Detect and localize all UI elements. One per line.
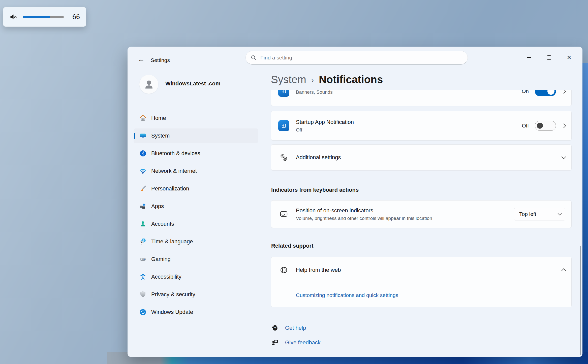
volume-slider[interactable] (23, 16, 64, 18)
sidebar-item-time-language[interactable]: Time & language (134, 234, 258, 249)
volume-osd: 66 (3, 7, 86, 27)
notifications-toggle[interactable] (535, 90, 556, 96)
sidebar-item-label: Accessibility (151, 274, 181, 280)
give-feedback-link[interactable]: Give feedback (285, 339, 321, 346)
row-title: Startup App Notification (296, 119, 354, 125)
sidebar-item-accessibility[interactable]: Accessibility (134, 270, 258, 284)
onscreen-indicator-icon (279, 210, 288, 218)
user-silhouette-icon (143, 79, 155, 90)
back-button[interactable]: ← (136, 54, 146, 64)
sidebar-item-label: System (151, 133, 170, 139)
row-subtitle: Banners, Sounds (296, 90, 333, 95)
help-link[interactable]: Customizing notifications and quick sett… (296, 292, 398, 298)
accessibility-icon (139, 273, 147, 281)
time-language-icon (139, 238, 147, 245)
startup-app-notification-row[interactable]: Startup App Notification Off Off (271, 111, 572, 141)
position-dropdown[interactable]: Top left (514, 208, 565, 220)
sidebar-item-privacy-security[interactable]: Privacy & security (134, 287, 258, 302)
wifi-icon (139, 167, 147, 175)
apps-icon (139, 203, 147, 210)
sidebar-nav: Home System Bluetooth & devices (134, 111, 258, 319)
minimize-button[interactable] (519, 52, 539, 63)
toggle-state-label: Off (522, 123, 529, 129)
sidebar-item-home[interactable]: Home (134, 111, 258, 125)
svg-text:?: ? (274, 326, 276, 330)
row-subtitle: Volume, brightness and other controls wi… (296, 216, 432, 221)
row-title: Additional settings (296, 154, 341, 161)
notifications-row[interactable]: Banners, Sounds On (271, 90, 572, 106)
help-from-web-row[interactable]: Help from the web (271, 257, 571, 283)
sidebar-item-label: Windows Update (151, 309, 193, 315)
toggle-knob (537, 123, 543, 129)
chevron-right-icon (561, 123, 566, 128)
sidebar-item-apps[interactable]: Apps (134, 199, 258, 214)
window-controls: × (519, 52, 579, 63)
sidebar-item-network-internet[interactable]: Network & internet (134, 164, 258, 178)
account-name[interactable]: WindowsLatest .com (165, 80, 221, 87)
page-title: Notifications (319, 74, 383, 86)
get-help-row: ? Get help (271, 323, 306, 333)
chevron-up-icon (561, 268, 566, 273)
selected-indicator (134, 133, 135, 139)
get-help-icon: ? (271, 324, 279, 332)
close-button[interactable]: × (559, 52, 579, 63)
notifications-app-icon (278, 90, 289, 97)
sidebar-item-label: Network & internet (151, 168, 197, 174)
search-box[interactable] (245, 51, 468, 64)
globe-icon (280, 266, 288, 274)
system-icon (139, 132, 147, 140)
sidebar-item-label: Bluetooth & devices (151, 150, 200, 157)
search-icon (251, 55, 256, 60)
avatar[interactable] (139, 75, 158, 94)
minimize-icon (527, 57, 531, 58)
shield-icon (139, 291, 147, 298)
sidebar-item-label: Time & language (151, 238, 193, 245)
volume-slider-fill (23, 16, 50, 18)
gears-icon (280, 153, 288, 162)
help-from-web-card: Help from the web Customizing notificati… (271, 257, 572, 307)
sidebar-item-windows-update[interactable]: Windows Update (134, 305, 258, 319)
sidebar-item-bluetooth-devices[interactable]: Bluetooth & devices (134, 146, 258, 161)
section-heading-indicators: Indicators from keyboard actions (271, 187, 359, 193)
breadcrumb-parent[interactable]: System (271, 74, 306, 86)
get-help-link[interactable]: Get help (285, 325, 306, 331)
scrollbar-thumb[interactable] (580, 246, 581, 355)
toggle-state-label: On (522, 90, 529, 94)
search-input[interactable] (260, 54, 462, 61)
give-feedback-icon (271, 339, 279, 347)
sidebar-item-accounts[interactable]: Accounts (134, 217, 258, 231)
row-title: Position of on-screen indicators (296, 207, 432, 214)
breadcrumb: System › Notifications (271, 72, 383, 87)
sidebar-item-gaming[interactable]: Gaming (134, 252, 258, 267)
muted-speaker-icon (9, 13, 17, 21)
startup-notification-toggle[interactable] (535, 121, 556, 131)
sidebar-item-label: Home (151, 115, 166, 121)
row-subtitle: Off (296, 127, 354, 133)
dropdown-value: Top left (519, 211, 555, 217)
sidebar-item-label: Personalization (151, 185, 189, 192)
startup-app-icon (278, 120, 289, 131)
toggle-knob (547, 90, 554, 95)
gamepad-icon (139, 255, 147, 263)
additional-settings-row[interactable]: Additional settings (271, 144, 572, 171)
chevron-down-icon (558, 212, 562, 216)
accounts-icon (139, 220, 147, 228)
chevron-right-icon (561, 90, 566, 93)
paintbrush-icon (139, 185, 147, 192)
settings-window: ← Settings × WindowsLatest .com (128, 47, 582, 357)
home-icon (139, 114, 147, 122)
sidebar-item-label: Gaming (151, 256, 171, 262)
windows-update-icon (139, 308, 147, 316)
maximize-button[interactable] (539, 52, 559, 63)
volume-value: 66 (70, 13, 80, 21)
desktop: 66 ← Settings × WindowsLatest .com (0, 0, 588, 364)
window-title: Settings (151, 57, 170, 63)
sidebar-item-label: Apps (151, 203, 164, 210)
breadcrumb-separator-icon: › (311, 75, 314, 84)
back-arrow-icon: ← (138, 55, 145, 63)
sidebar-item-system[interactable]: System (134, 128, 258, 143)
sidebar-item-personalization[interactable]: Personalization (134, 181, 258, 196)
sidebar-item-label: Accounts (151, 221, 174, 227)
close-icon: × (567, 54, 571, 61)
settings-content: Banners, Sounds On Startup App Not (271, 90, 572, 356)
